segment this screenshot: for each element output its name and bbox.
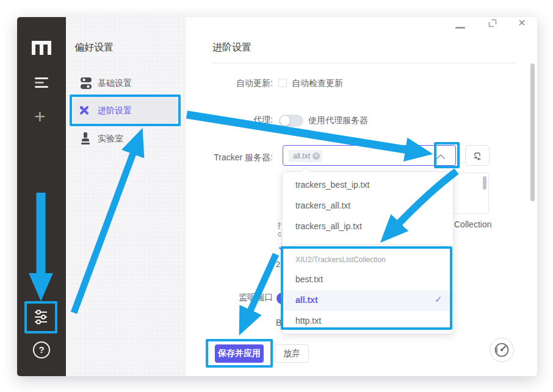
popup-arrow — [301, 167, 311, 177]
motrix-logo-icon — [32, 41, 51, 55]
annotation-box-dropdown-group — [281, 246, 452, 330]
refresh-trackers-button[interactable] — [465, 145, 490, 166]
tracker-select-input[interactable]: all.txt ✕ — [283, 145, 456, 166]
annotation-box-preferences-icon — [24, 301, 57, 333]
collection-label-fragment: Collection — [454, 219, 491, 229]
lab-stamp-icon — [81, 132, 90, 145]
sidebar-item-basic-settings[interactable]: 基础设置 — [73, 75, 178, 93]
tracker-server-label: Tracker 服务器: — [176, 152, 273, 163]
proxy-toggle[interactable] — [279, 115, 303, 127]
help-icon[interactable]: ? — [33, 341, 50, 358]
auto-update-label: 自动更新: — [176, 78, 273, 89]
text-fragment: c — [278, 230, 281, 238]
annotation-box-advanced-item — [70, 94, 181, 126]
sidebar-item-label: 实验室 — [98, 134, 123, 144]
gauge-icon — [494, 342, 510, 358]
preferences-panel: 偏好设置 基础设置 进阶设置 — [66, 17, 186, 376]
page-title: 进阶设置 — [212, 41, 251, 54]
main-scrollbar[interactable] — [530, 63, 535, 201]
discard-button[interactable]: 放弃 — [275, 344, 309, 363]
tracker-textarea-fragment — [452, 173, 489, 214]
tag-close-icon[interactable]: ✕ — [313, 152, 320, 160]
refresh-icon — [472, 151, 482, 160]
sidebar-item-lab[interactable]: 实验室 — [73, 130, 178, 148]
annotation-box-save-button — [206, 339, 273, 368]
dropdown-option[interactable]: trackers_all.txt — [295, 201, 350, 210]
proxy-toggle-label: 使用代理服务器 — [308, 115, 368, 126]
tracker-tag: all.txt ✕ — [289, 150, 322, 162]
speed-gauge-button[interactable] — [490, 338, 514, 362]
title-divider — [212, 63, 516, 63]
toggle-knob — [280, 116, 290, 126]
maximize-button[interactable] — [488, 18, 497, 28]
listen-port-label: 监听端口 — [176, 292, 273, 303]
auto-update-checkbox-label[interactable]: 自动检查更新 — [292, 78, 343, 89]
minimize-button[interactable] — [455, 27, 465, 29]
tracker-tag-label: all.txt — [293, 150, 310, 162]
dropdown-option[interactable]: trackers_all_ip.txt — [295, 221, 362, 231]
basic-settings-icon — [81, 77, 92, 89]
add-task-icon[interactable]: + — [34, 107, 46, 126]
auto-update-checkbox[interactable] — [278, 79, 287, 87]
task-list-icon[interactable] — [35, 77, 48, 90]
proxy-label: 代理: — [176, 115, 273, 126]
sidebar-item-label: 基础设置 — [98, 78, 132, 89]
text-fragment: 2 — [276, 260, 280, 269]
dropdown-divider — [292, 244, 444, 245]
app-window: + ? 偏好设置 基础设置 — [17, 17, 537, 376]
annotation-box-chevron — [434, 142, 460, 168]
close-button[interactable]: ✕ — [516, 18, 527, 29]
dropdown-option[interactable]: trackers_best_ip.txt — [295, 180, 369, 190]
preferences-title: 偏好设置 — [74, 41, 114, 54]
textarea-scrollbar[interactable] — [483, 176, 486, 190]
